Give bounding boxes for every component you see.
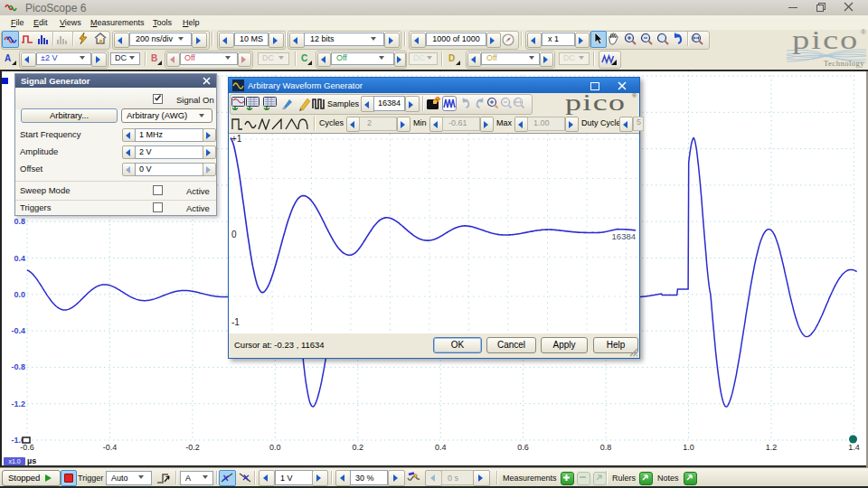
svg-text:0.4: 0.4 xyxy=(435,443,447,452)
svg-text:0.4: 0.4 xyxy=(14,254,25,263)
svg-text:-0.4: -0.4 xyxy=(11,326,25,335)
svg-text:0.0: 0.0 xyxy=(269,443,281,452)
svg-text:0.6: 0.6 xyxy=(517,443,529,452)
svg-text:-0.8: -0.8 xyxy=(11,362,25,371)
svg-text:-1.2: -1.2 xyxy=(11,399,25,408)
svg-text:-0.4: -0.4 xyxy=(103,443,118,452)
svg-text:1.0: 1.0 xyxy=(683,443,694,452)
svg-text:0.2: 0.2 xyxy=(353,443,364,452)
svg-text:0.8: 0.8 xyxy=(600,443,612,452)
svg-text:1.4: 1.4 xyxy=(848,443,860,452)
svg-text:0: 0 xyxy=(231,230,237,239)
svg-text:-0.2: -0.2 xyxy=(185,443,200,452)
svg-text:0.8: 0.8 xyxy=(14,217,25,226)
svg-text:0.0: 0.0 xyxy=(14,290,25,299)
svg-text:1.2: 1.2 xyxy=(766,443,778,452)
svg-text:µs: µs xyxy=(27,456,36,465)
svg-text:-1: -1 xyxy=(231,317,240,327)
svg-text:16384: 16384 xyxy=(612,231,636,241)
svg-text:-0.6: -0.6 xyxy=(20,443,34,452)
svg-text:+1: +1 xyxy=(231,134,242,144)
